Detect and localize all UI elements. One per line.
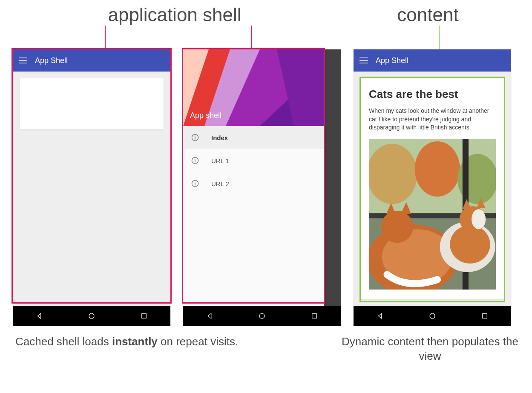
app-bar-title: App Shell — [376, 56, 408, 65]
nav-drawer: App shell Index URL 1 URL 2 — [183, 49, 324, 306]
drawer-item-index[interactable]: Index — [183, 126, 324, 149]
android-nav-bar — [13, 306, 170, 326]
content-card: Cats are the best When my cats look out … — [360, 78, 504, 299]
android-nav-bar — [183, 306, 341, 326]
back-icon[interactable] — [376, 312, 384, 320]
phones-row: App Shell — [13, 49, 519, 326]
drawer-item-label: URL 1 — [211, 157, 229, 164]
svg-point-0 — [89, 313, 94, 318]
svg-rect-13 — [195, 160, 196, 162]
phone-frame: App Shell — [13, 49, 170, 326]
info-icon — [191, 133, 199, 142]
empty-card — [20, 78, 164, 129]
drawer-item-label: URL 2 — [211, 180, 229, 187]
recents-icon[interactable] — [311, 312, 318, 320]
connector-row — [13, 26, 519, 50]
article-title: Cats are the best — [369, 88, 496, 101]
phone-shell-empty: App Shell — [13, 49, 170, 326]
home-icon[interactable] — [428, 312, 436, 320]
label-content: content — [336, 4, 519, 26]
phone-frame: App Shell Cats are the best When my cats… — [354, 49, 511, 326]
app-bar: App Shell — [13, 49, 170, 72]
home-icon[interactable] — [258, 312, 266, 320]
drawer-item-url1[interactable]: URL 1 — [183, 149, 324, 172]
phone-content: App Shell Cats are the best When my cats… — [354, 49, 511, 326]
caption-shell-suffix: on repeat visits. — [158, 335, 238, 348]
back-icon[interactable] — [35, 312, 43, 320]
svg-point-34 — [472, 209, 486, 229]
svg-rect-1 — [142, 314, 147, 318]
connector-content — [439, 26, 440, 50]
drawer-list: Index URL 1 URL 2 — [183, 126, 324, 306]
app-bar-title: App Shell — [35, 56, 68, 65]
svg-point-9 — [195, 136, 196, 137]
connector-shell-left — [105, 26, 106, 50]
svg-rect-18 — [312, 314, 317, 318]
svg-point-22 — [415, 141, 460, 197]
article-body: When my cats look out the window at anot… — [369, 107, 496, 132]
drawer-item-label: Index — [211, 134, 228, 141]
hamburger-icon[interactable] — [359, 57, 368, 63]
svg-point-21 — [369, 144, 417, 204]
svg-rect-10 — [195, 137, 196, 139]
svg-point-12 — [195, 159, 196, 160]
drawer-item-url2[interactable]: URL 2 — [183, 172, 324, 195]
app-bar: App Shell — [354, 49, 511, 72]
svg-point-17 — [259, 313, 265, 318]
svg-point-28 — [381, 211, 414, 243]
caption-shell-bold: instantly — [112, 335, 158, 348]
hamburger-icon[interactable] — [19, 57, 27, 63]
drawer-scrim[interactable] — [324, 49, 341, 306]
svg-rect-16 — [195, 183, 196, 185]
recents-icon[interactable] — [481, 312, 489, 320]
drawer-header-title: App shell — [190, 111, 221, 120]
caption-shell-prefix: Cached shell loads — [15, 335, 112, 348]
drawer-header: App shell — [183, 49, 324, 126]
body-area — [13, 72, 170, 306]
info-icon — [191, 179, 199, 188]
phone-shell-drawer: App shell Index URL 1 URL 2 — [183, 49, 341, 326]
caption-shell: Cached shell loads instantly on repeat v… — [13, 335, 341, 364]
back-icon[interactable] — [206, 312, 213, 320]
caption-content: Dynamic content then populates the view — [341, 335, 519, 364]
article-image — [369, 139, 496, 290]
svg-point-15 — [195, 182, 196, 183]
label-application-shell: application shell — [13, 4, 336, 26]
captions-row: Cached shell loads instantly on repeat v… — [13, 335, 519, 364]
connector-shell-right — [251, 26, 252, 50]
android-nav-bar — [354, 306, 511, 326]
top-labels-row: application shell content — [13, 4, 519, 26]
home-icon[interactable] — [88, 312, 95, 320]
svg-rect-38 — [483, 314, 487, 318]
info-icon — [191, 156, 199, 165]
svg-point-37 — [430, 313, 435, 318]
recents-icon[interactable] — [140, 312, 148, 320]
phone-frame: App shell Index URL 1 URL 2 — [183, 49, 341, 326]
